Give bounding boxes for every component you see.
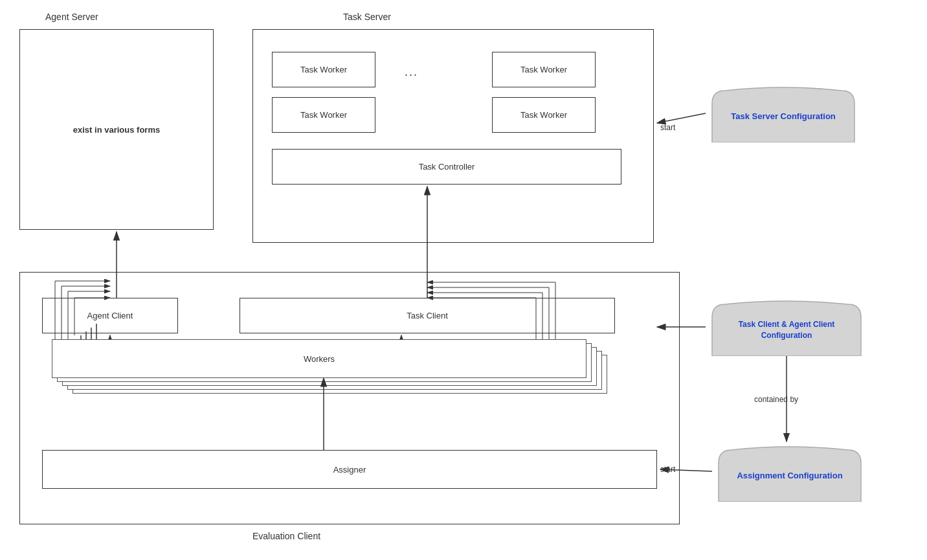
workers-label: Workers [304,354,335,364]
task-worker-3: Task Worker [492,52,596,87]
task-worker-1: Task Worker [272,52,375,87]
assignment-config-shape: Assignment Configuration [712,443,867,502]
task-client-label: Task Client [407,311,448,320]
agent-client-box: Agent Client [42,298,178,333]
task-server-label: Task Server [343,12,391,22]
agent-server-box: exist in various forms [19,29,214,230]
task-worker-2: Task Worker [272,97,375,133]
svg-line-2 [657,113,706,123]
assignment-config-label: Assignment Configuration [737,470,842,482]
task-server-config-shape: Task Server Configuration [706,84,861,142]
contained-by-label: contained by [754,395,798,404]
dots-label: ··· [405,68,418,82]
task-client-config-label: Task Client & Agent ClientConfiguration [739,319,835,341]
task-client-box: Task Client [240,298,615,333]
task-server-config-label: Task Server Configuration [731,111,836,122]
task-worker-1-label: Task Worker [300,65,347,74]
task-worker-4-label: Task Worker [520,110,567,120]
task-worker-4: Task Worker [492,97,596,133]
assigner-box: Assigner [42,450,657,489]
start-2-label: start [660,465,675,474]
agent-client-label: Agent Client [87,311,133,320]
agent-server-label: Agent Server [45,12,98,22]
task-worker-3-label: Task Worker [520,65,567,74]
task-controller-label: Task Controller [419,162,475,172]
task-worker-2-label: Task Worker [300,110,347,120]
evaluation-client-label: Evaluation Client [252,531,320,541]
exist-various-label: exist in various forms [73,125,160,135]
task-client-config-shape: Task Client & Agent ClientConfiguration [706,298,867,356]
task-controller-box: Task Controller [272,149,621,185]
diagram-container: Agent Server Task Server Evaluation Clie… [0,0,927,560]
workers-box: Workers [52,339,586,378]
assigner-label: Assigner [333,465,366,475]
start-1-label: start [660,123,675,132]
